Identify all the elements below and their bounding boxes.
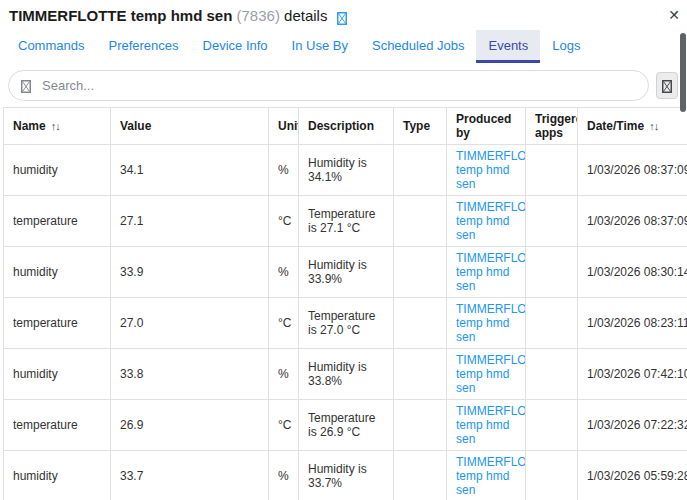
cell-type (394, 451, 447, 500)
cell-name: humidity (4, 247, 111, 298)
cell-name: humidity (4, 145, 111, 196)
produced-by-link[interactable]: TIMMERFLOTTE temp hmd sen (456, 404, 526, 446)
table-row: temperature 27.1 °C Temperature is 27.1 … (4, 196, 687, 247)
cell-value: 33.7 (111, 451, 269, 500)
col-header-produced-by[interactable]: Produced by (447, 108, 526, 145)
search-input[interactable] (40, 77, 636, 94)
cell-description: Humidity is 33.9% (299, 247, 394, 298)
cell-datetime: 1/03/2026 07:22:32.716 (578, 400, 687, 451)
cell-name: humidity (4, 349, 111, 400)
cell-unit: °C (269, 400, 299, 451)
cell-name: temperature (4, 400, 111, 451)
cell-produced-by: TIMMERFLOTTE temp hmd sen (447, 349, 526, 400)
cell-triggered-apps (526, 400, 578, 451)
title-suffix: details (284, 7, 327, 24)
produced-by-link[interactable]: TIMMERFLOTTE temp hmd sen (456, 302, 526, 344)
search-box[interactable] (8, 70, 649, 101)
cell-description: Humidity is 33.8% (299, 349, 394, 400)
cell-description: Humidity is 34.1% (299, 145, 394, 196)
tab-in-use-by[interactable]: In Use By (280, 30, 360, 63)
cell-name: temperature (4, 298, 111, 349)
cell-datetime: 1/03/2026 08:23:11.645 (578, 298, 687, 349)
tab-commands[interactable]: Commands (6, 30, 96, 63)
tab-scheduled-jobs[interactable]: Scheduled Jobs (360, 30, 477, 63)
vertical-scrollbar-thumb[interactable] (680, 33, 686, 112)
table-row: humidity 33.7 % Humidity is 33.7% TIMMER… (4, 451, 687, 500)
tab-bar: Commands Preferences Device Info In Use … (0, 25, 687, 63)
dialog-title: TIMMERFLOTTE temp hmd sen (7836) details (9, 7, 347, 25)
produced-by-link[interactable]: TIMMERFLOTTE temp hmd sen (456, 455, 526, 497)
cell-unit: % (269, 247, 299, 298)
cell-description: Temperature is 27.0 °C (299, 298, 394, 349)
table-row: humidity 34.1 % Humidity is 34.1% TIMMER… (4, 145, 687, 196)
produced-by-link[interactable]: TIMMERFLOTTE temp hmd sen (456, 353, 526, 395)
table-row: humidity 33.8 % Humidity is 33.8% TIMMER… (4, 349, 687, 400)
cell-produced-by: TIMMERFLOTTE temp hmd sen (447, 145, 526, 196)
cell-datetime: 1/03/2026 08:37:09.753 (578, 196, 687, 247)
produced-by-link[interactable]: TIMMERFLOTTE temp hmd sen (456, 149, 526, 191)
cell-triggered-apps (526, 451, 578, 500)
events-table: Name↑↓ Value Unit Description Type Produ… (3, 107, 687, 500)
produced-by-link[interactable]: TIMMERFLOTTE temp hmd sen (456, 251, 526, 293)
cell-datetime: 1/03/2026 05:59:28.324 (578, 451, 687, 500)
cell-value: 33.8 (111, 349, 269, 400)
cell-value: 34.1 (111, 145, 269, 196)
col-header-unit[interactable]: Unit (269, 108, 299, 145)
tab-device-info[interactable]: Device Info (191, 30, 280, 63)
cell-unit: % (269, 451, 299, 500)
cell-unit: °C (269, 298, 299, 349)
cell-description: Temperature is 26.9 °C (299, 400, 394, 451)
cell-triggered-apps (526, 145, 578, 196)
cell-description: Humidity is 33.7% (299, 451, 394, 500)
col-header-value[interactable]: Value (111, 108, 269, 145)
cell-description: Temperature is 27.1 °C (299, 196, 394, 247)
col-header-name[interactable]: Name↑↓ (4, 108, 111, 145)
cell-triggered-apps (526, 247, 578, 298)
cell-value: 27.1 (111, 196, 269, 247)
cell-produced-by: TIMMERFLOTTE temp hmd sen (447, 247, 526, 298)
cell-produced-by: TIMMERFLOTTE temp hmd sen (447, 196, 526, 247)
device-id: (7836) (237, 7, 280, 24)
cell-datetime: 1/03/2026 07:42:10.455 (578, 349, 687, 400)
cell-type (394, 196, 447, 247)
produced-by-link[interactable]: TIMMERFLOTTE temp hmd sen (456, 200, 526, 242)
col-header-description[interactable]: Description (299, 108, 394, 145)
cell-unit: % (269, 145, 299, 196)
dialog-header: TIMMERFLOTTE temp hmd sen (7836) details (0, 0, 687, 25)
sort-icon[interactable]: ↑↓ (51, 120, 60, 132)
cell-datetime: 1/03/2026 08:37:09.758 (578, 145, 687, 196)
tab-events[interactable]: Events (476, 30, 540, 63)
cell-type (394, 247, 447, 298)
col-header-datetime[interactable]: Date/Time↑↓ (578, 108, 687, 145)
events-table-body: humidity 34.1 % Humidity is 34.1% TIMMER… (4, 145, 687, 500)
cell-produced-by: TIMMERFLOTTE temp hmd sen (447, 298, 526, 349)
col-header-type[interactable]: Type (394, 108, 447, 145)
export-button[interactable] (656, 72, 678, 99)
cell-unit: °C (269, 196, 299, 247)
search-icon (21, 77, 31, 95)
broken-glyph-icon[interactable] (337, 8, 347, 25)
tab-preferences[interactable]: Preferences (96, 30, 190, 63)
cell-type (394, 400, 447, 451)
cell-value: 33.9 (111, 247, 269, 298)
cell-name: humidity (4, 451, 111, 500)
sort-icon[interactable]: ↑↓ (649, 120, 658, 132)
table-row: humidity 33.9 % Humidity is 33.9% TIMMER… (4, 247, 687, 298)
cell-type (394, 145, 447, 196)
tab-logs[interactable]: Logs (540, 30, 592, 63)
table-header-row: Name↑↓ Value Unit Description Type Produ… (4, 108, 687, 145)
cell-unit: % (269, 349, 299, 400)
cell-triggered-apps (526, 349, 578, 400)
cell-produced-by: TIMMERFLOTTE temp hmd sen (447, 400, 526, 451)
col-header-triggered-apps[interactable]: Triggered apps (526, 108, 578, 145)
close-icon[interactable]: ✕ (666, 7, 682, 23)
cell-type (394, 349, 447, 400)
cell-value: 27.0 (111, 298, 269, 349)
search-row (0, 63, 687, 105)
table-row: temperature 26.9 °C Temperature is 26.9 … (4, 400, 687, 451)
cell-triggered-apps (526, 298, 578, 349)
cell-datetime: 1/03/2026 08:30:14.580 (578, 247, 687, 298)
cell-name: temperature (4, 196, 111, 247)
cell-type (394, 298, 447, 349)
cell-value: 26.9 (111, 400, 269, 451)
